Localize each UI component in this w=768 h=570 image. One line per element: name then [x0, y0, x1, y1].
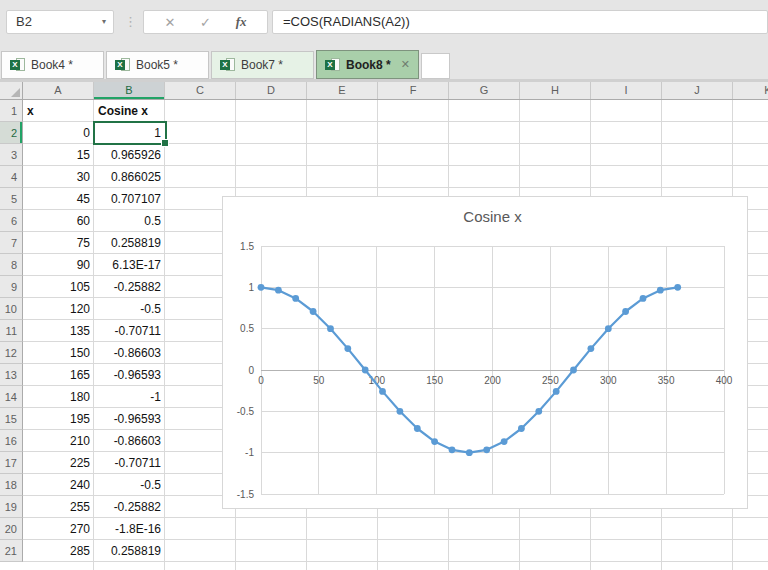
- row-header-19[interactable]: 19: [0, 496, 23, 518]
- selected-cell[interactable]: 1: [93, 121, 167, 145]
- formula-input[interactable]: =COS(RADIANS(A2)): [272, 10, 768, 34]
- column-header-B[interactable]: B: [94, 82, 165, 99]
- y-tick-label: -1: [245, 447, 254, 458]
- row-header-16[interactable]: 16: [0, 430, 23, 452]
- y-tick-label: -0.5: [237, 406, 255, 417]
- row-header-20[interactable]: 20: [0, 518, 23, 540]
- excel-file-icon: X: [220, 58, 235, 72]
- cell-A14[interactable]: 180: [23, 386, 94, 408]
- cell-B15[interactable]: -0.96593: [94, 408, 165, 430]
- cell-A16[interactable]: 210: [23, 430, 94, 452]
- column-header-A[interactable]: A: [23, 82, 94, 99]
- cell-B19[interactable]: -0.25882: [94, 496, 165, 518]
- cell-A18[interactable]: 240: [23, 474, 94, 496]
- column-header-D[interactable]: D: [236, 82, 307, 99]
- cell-A1[interactable]: x: [23, 100, 94, 122]
- data-point-marker: [449, 446, 456, 453]
- cell-B18[interactable]: -0.5: [94, 474, 165, 496]
- data-point-marker: [483, 446, 490, 453]
- cell-B10[interactable]: -0.5: [94, 298, 165, 320]
- enter-icon[interactable]: ✓: [200, 15, 211, 30]
- tab-close-icon[interactable]: ✕: [401, 58, 410, 71]
- data-point-marker: [553, 388, 560, 395]
- name-box[interactable]: B2 ▾: [6, 10, 114, 34]
- row-header-18[interactable]: 18: [0, 474, 23, 496]
- y-tick-label: 0.5: [240, 323, 254, 334]
- fill-handle[interactable]: [161, 139, 169, 147]
- cell-A10[interactable]: 120: [23, 298, 94, 320]
- cell-B9[interactable]: -0.25882: [94, 276, 165, 298]
- cell-B4[interactable]: 0.866025: [94, 166, 165, 188]
- cell-B6[interactable]: 0.5: [94, 210, 165, 232]
- cell-B20[interactable]: -1.8E-16: [94, 518, 165, 540]
- cell-A21[interactable]: 285: [23, 540, 94, 562]
- cell-B14[interactable]: -1: [94, 386, 165, 408]
- row-header-1[interactable]: 1: [0, 100, 23, 122]
- cell-A11[interactable]: 135: [23, 320, 94, 342]
- cell-A6[interactable]: 60: [23, 210, 94, 232]
- cell-A8[interactable]: 90: [23, 254, 94, 276]
- row-header-13[interactable]: 13: [0, 364, 23, 386]
- cell-B1[interactable]: Cosine x: [94, 100, 165, 122]
- column-header-C[interactable]: C: [165, 82, 236, 99]
- cell-B16[interactable]: -0.86603: [94, 430, 165, 452]
- cell-B17[interactable]: -0.70711: [94, 452, 165, 474]
- tab-book8[interactable]: XBook8 *✕: [316, 50, 419, 79]
- tab-book4[interactable]: XBook4 *: [1, 51, 104, 79]
- cell-A4[interactable]: 30: [23, 166, 94, 188]
- row-header-5[interactable]: 5: [0, 188, 23, 210]
- cell-B13[interactable]: -0.96593: [94, 364, 165, 386]
- cell-B21[interactable]: 0.258819: [94, 540, 165, 562]
- row-header-10[interactable]: 10: [0, 298, 23, 320]
- cell-A5[interactable]: 45: [23, 188, 94, 210]
- cell-A13[interactable]: 165: [23, 364, 94, 386]
- row-header-6[interactable]: 6: [0, 210, 23, 232]
- select-all-triangle-icon: [11, 88, 20, 97]
- column-header-G[interactable]: G: [449, 82, 520, 99]
- cell-A20[interactable]: 270: [23, 518, 94, 540]
- cell-A9[interactable]: 105: [23, 276, 94, 298]
- cell-A19[interactable]: 255: [23, 496, 94, 518]
- select-all-corner[interactable]: [0, 82, 23, 100]
- row-header-14[interactable]: 14: [0, 386, 23, 408]
- column-header-E[interactable]: E: [307, 82, 378, 99]
- column-header-F[interactable]: F: [378, 82, 449, 99]
- new-tab-stub[interactable]: [421, 53, 450, 79]
- cell-A7[interactable]: 75: [23, 232, 94, 254]
- data-point-marker: [292, 295, 299, 302]
- row-header-12[interactable]: 12: [0, 342, 23, 364]
- cell-A12[interactable]: 150: [23, 342, 94, 364]
- row-header-8[interactable]: 8: [0, 254, 23, 276]
- name-box-dropdown-icon[interactable]: ▾: [102, 11, 106, 33]
- cell-B8[interactable]: 6.13E-17: [94, 254, 165, 276]
- tab-book5[interactable]: XBook5 *: [106, 51, 209, 79]
- column-header-I[interactable]: I: [591, 82, 662, 99]
- row-header-2[interactable]: 2: [0, 122, 23, 144]
- column-header-H[interactable]: H: [520, 82, 591, 99]
- row-header-7[interactable]: 7: [0, 232, 23, 254]
- row-header-11[interactable]: 11: [0, 320, 23, 342]
- insert-function-icon[interactable]: fx: [236, 14, 247, 30]
- cell-A3[interactable]: 15: [23, 144, 94, 166]
- chart-object[interactable]: -1.5-1-0.500.511.50501001502002503003504…: [222, 196, 748, 509]
- row-header-3[interactable]: 3: [0, 144, 23, 166]
- row-header-15[interactable]: 15: [0, 408, 23, 430]
- cell-B7[interactable]: 0.258819: [94, 232, 165, 254]
- cell-A17[interactable]: 225: [23, 452, 94, 474]
- cancel-icon[interactable]: ✕: [164, 15, 175, 30]
- row-header-21[interactable]: 21: [0, 540, 23, 562]
- cell-B3[interactable]: 0.965926: [94, 144, 165, 166]
- sheet-area: ABCDEFGHIJK 1234567891011121314151617181…: [0, 82, 768, 570]
- column-header-K[interactable]: K: [733, 82, 768, 99]
- column-header-J[interactable]: J: [662, 82, 733, 99]
- row-header-9[interactable]: 9: [0, 276, 23, 298]
- row-header-4[interactable]: 4: [0, 166, 23, 188]
- cell-A15[interactable]: 195: [23, 408, 94, 430]
- cell-B5[interactable]: 0.707107: [94, 188, 165, 210]
- cell-B11[interactable]: -0.70711: [94, 320, 165, 342]
- tab-book7[interactable]: XBook7 *: [211, 51, 314, 79]
- data-point-marker: [605, 325, 612, 332]
- cell-A2[interactable]: 0: [23, 122, 94, 144]
- row-header-17[interactable]: 17: [0, 452, 23, 474]
- cell-B12[interactable]: -0.86603: [94, 342, 165, 364]
